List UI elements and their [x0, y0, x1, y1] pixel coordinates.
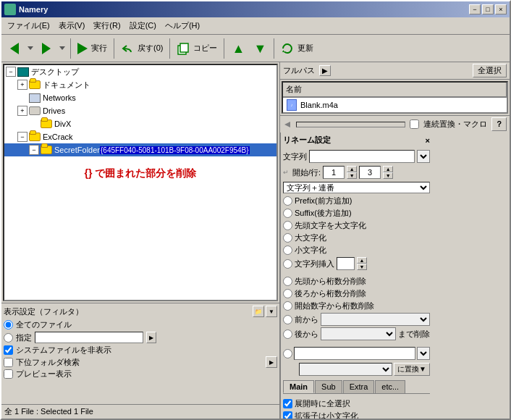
menu-run[interactable]: 実行(R) — [89, 19, 124, 33]
filter-hide-system-checkbox[interactable] — [4, 345, 13, 355]
rename-insert-up[interactable]: ▲ — [357, 257, 367, 264]
filter-browse-btn[interactable]: ▶ — [146, 332, 156, 343]
tab-extra[interactable]: Extra — [343, 380, 375, 393]
rename-radio-remove-number-input[interactable] — [283, 301, 292, 311]
rename-from-front-select[interactable] — [321, 313, 430, 326]
rename-radio-remove-start-input[interactable] — [283, 277, 292, 286]
file-list-container: 名前 ♪ Blank.m4a — [280, 80, 510, 115]
filter-all-radio[interactable] — [4, 320, 13, 329]
file-tree[interactable]: − デスクトップ + ドキュメント — [3, 64, 278, 301]
rename-count-value[interactable] — [359, 166, 381, 179]
menu-help[interactable]: ヘルプ(H) — [161, 19, 204, 33]
rename-radio-from-front-input[interactable] — [283, 315, 292, 324]
rename-replace-radio[interactable] — [283, 349, 292, 358]
rename-radio-suffix-input[interactable] — [283, 209, 292, 218]
tree-expand-excrack[interactable]: − — [17, 132, 28, 142]
filter-subdir-label: 下位フォルダ検索 — [16, 357, 80, 368]
tree-item-desktop[interactable]: − デスクトップ — [4, 65, 276, 78]
tab-etc[interactable]: etc... — [375, 380, 405, 393]
up-button[interactable]: ▲ — [228, 38, 248, 59]
file-list[interactable]: 名前 ♪ Blank.m4a — [282, 81, 508, 114]
tree-label-secretfolder: SecretFolder — [54, 146, 100, 154]
rename-radio-first-upper-input[interactable] — [283, 221, 292, 230]
tree-item-secretfolder[interactable]: − SecretFolder {645FF040-5081-101B-9F08-… — [4, 143, 276, 156]
rename-from-back-select[interactable] — [321, 327, 396, 340]
rename-radio-prefix-input[interactable] — [283, 196, 292, 206]
rename-replace-btn[interactable]: に置換▼ — [394, 363, 430, 376]
excrack-folder-icon — [29, 131, 41, 143]
fullpath-button[interactable]: ▶ — [319, 65, 331, 76]
rename-string-dropdown[interactable] — [417, 150, 430, 163]
tree-expand-desktop[interactable]: − — [6, 67, 16, 77]
tree-expand-documents[interactable]: + — [17, 80, 28, 90]
forward-dropdown-icon — [59, 46, 65, 50]
maximize-button[interactable]: □ — [482, 4, 494, 14]
menu-view[interactable]: 表示(V) — [54, 19, 90, 33]
rename-replace-from-input[interactable] — [294, 347, 415, 360]
filter-subdir-btn[interactable]: ▶ — [266, 356, 277, 368]
scroll-left-icon[interactable] — [283, 120, 292, 129]
back-button[interactable] — [4, 38, 25, 59]
menu-file[interactable]: ファイル(E) — [3, 19, 54, 33]
rename-radio-remove-end-input[interactable] — [283, 289, 292, 298]
help-button[interactable]: ？ — [491, 117, 507, 131]
continuous-checkbox[interactable] — [410, 119, 419, 129]
down-arrow-icon: ▼ — [254, 42, 267, 55]
filter-subdir-checkbox[interactable] — [4, 358, 13, 367]
select-all-button[interactable]: 全選択 — [473, 64, 507, 77]
rename-radio-upper-input[interactable] — [283, 233, 292, 243]
close-button[interactable]: × — [495, 4, 507, 14]
rename-insert-down[interactable]: ▼ — [357, 264, 367, 270]
rename-count-down[interactable]: ▼ — [383, 172, 393, 179]
rename-string-input[interactable] — [309, 150, 415, 163]
rename-ext-lower-row: 拡張子は小文字化 — [283, 411, 430, 419]
undo-button[interactable]: 戻す(0) — [118, 38, 166, 59]
rename-replace-dropdown[interactable] — [417, 347, 430, 360]
titlebar: Namery − □ × — [1, 1, 510, 17]
forward-button[interactable] — [36, 38, 56, 59]
back-dropdown[interactable] — [26, 38, 35, 59]
rename-start-down[interactable]: ▼ — [347, 172, 357, 179]
tree-item-divx[interactable]: DivX — [4, 117, 276, 130]
file-row-blank-m4a[interactable]: ♪ Blank.m4a — [283, 98, 507, 112]
rename-start-up[interactable]: ▲ — [347, 166, 357, 172]
rename-expand-select-checkbox[interactable] — [283, 399, 292, 408]
down-button[interactable]: ▼ — [250, 38, 270, 59]
rename-count-up[interactable]: ▲ — [383, 166, 393, 172]
rename-close-button[interactable]: × — [426, 136, 430, 145]
tab-main[interactable]: Main — [283, 380, 314, 393]
tree-item-drives[interactable]: + Drives — [4, 104, 276, 117]
tree-item-excrack[interactable]: − ExCrack — [4, 130, 276, 143]
refresh-button[interactable]: 更新 — [278, 38, 316, 59]
filter-icon-1[interactable]: 📁 — [253, 306, 264, 317]
filter-input[interactable] — [35, 332, 143, 343]
rename-ext-lower-checkbox[interactable] — [283, 411, 292, 419]
tab-sub[interactable]: Sub — [315, 380, 342, 393]
rename-until-label: まで削除 — [398, 329, 430, 340]
rename-radio-suffix: Suffix(後方追加) — [283, 208, 430, 219]
horizontal-scrollbar[interactable] — [296, 122, 405, 127]
rename-radio-lower-input[interactable] — [283, 245, 292, 255]
tree-item-networks[interactable]: Networks — [4, 91, 276, 104]
rename-radio-insert-input[interactable] — [283, 259, 292, 269]
filter-icon-2[interactable]: ▼ — [266, 306, 277, 317]
execute-button[interactable]: 実行 — [75, 38, 110, 59]
minimize-button[interactable]: − — [469, 4, 481, 14]
rename-replace-to-select[interactable] — [299, 363, 392, 376]
rename-start-value[interactable] — [323, 166, 345, 179]
filter-preview-checkbox[interactable] — [4, 369, 13, 379]
tree-expand-drives[interactable]: + — [17, 106, 28, 116]
rename-radio-upper: 大文字化 — [283, 232, 430, 243]
filter-specified-radio[interactable] — [4, 333, 13, 343]
copy-button[interactable]: コピー — [174, 38, 220, 59]
rename-radio-from-back-input[interactable] — [283, 329, 292, 339]
menu-settings[interactable]: 設定(C) — [125, 19, 161, 33]
tree-item-documents[interactable]: + ドキュメント — [4, 78, 276, 91]
continuous-label: 連続置換・マクロ — [423, 119, 487, 130]
filter-preview-row: プレビュー表示 — [4, 369, 277, 379]
rename-insert-value[interactable] — [337, 257, 355, 270]
forward-dropdown[interactable] — [58, 38, 67, 59]
copy-label: コピー — [193, 43, 217, 54]
rename-mode-select[interactable]: 文字列＋連番 Prefix(前方追加) Suffix(後方追加) 先頭文字を大文… — [283, 182, 430, 193]
tree-expand-secretfolder[interactable]: − — [29, 145, 39, 155]
